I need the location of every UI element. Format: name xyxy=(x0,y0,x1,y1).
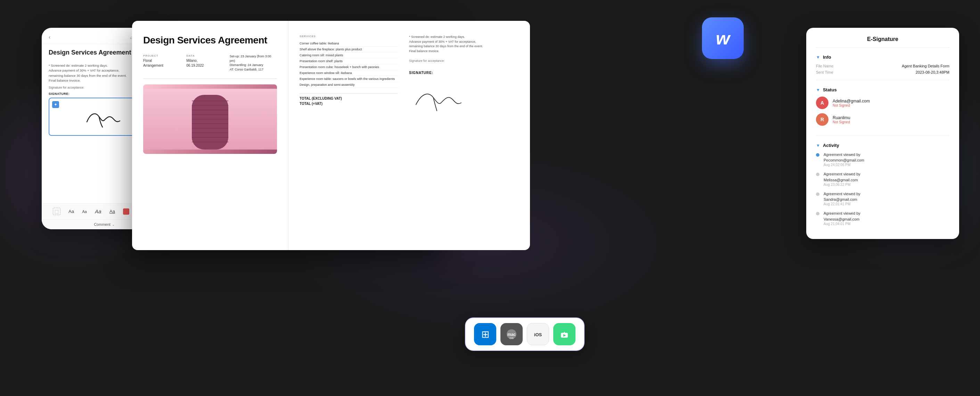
esig-info-label: Info xyxy=(823,54,831,60)
signer-2-info: Ruanlimu Not Signed xyxy=(833,115,850,124)
select-icon[interactable]: ⬚ xyxy=(53,208,60,215)
file-name-label: File Name xyxy=(816,64,879,68)
svg-text:OS: OS xyxy=(509,337,514,340)
svg-text:mac: mac xyxy=(508,332,516,337)
signer-1-status: Not Signed xyxy=(833,103,870,107)
doc-title: Design Services Agreement xyxy=(143,35,277,46)
doc-right-sig-label: Signature for acceptance: xyxy=(409,59,519,62)
doc-right-sig-section: SIGNATURE: xyxy=(409,71,519,116)
svg-rect-1 xyxy=(192,95,228,150)
activity-arrow-icon: ▼ xyxy=(816,143,820,148)
esig-status-header: ▼ Status xyxy=(816,87,950,92)
platform-android[interactable]: ▲▶ xyxy=(553,323,576,345)
signer-1: A Adelina@gmail.com Not Signed xyxy=(816,97,950,109)
esig-info-grid: File Name Agent Banking Details Form Sen… xyxy=(816,64,950,80)
esig-title: E-Signature xyxy=(816,36,950,48)
activity-dot-icon xyxy=(816,212,819,215)
esig-status-label: Status xyxy=(823,87,837,92)
doc-building-image xyxy=(143,84,277,154)
platform-ios[interactable]: iOS xyxy=(527,323,549,345)
doc-left: Design Services Agreement PROJECT Floral… xyxy=(132,21,288,250)
activity-item: Agreement viewed by Sandra@gmail.com Aug… xyxy=(816,191,950,206)
platform-pills: ⊞ macOS iOS ▲▶ xyxy=(465,318,584,351)
avatar-ruanlimu: R xyxy=(816,113,829,126)
info-arrow-icon: ▼ xyxy=(816,55,820,60)
doc-right-signature xyxy=(409,80,479,115)
signer-2-email: Ruanlimu xyxy=(833,115,850,120)
doc-right-content: * Screened de: estimate 2 working days. … xyxy=(398,21,530,250)
doc-meta-data: DATA Milano, 06.19.2022 xyxy=(186,54,215,72)
esig-activity-header: ▼ Activity xyxy=(816,143,950,148)
comment-chevron-icon: ⌄ xyxy=(112,223,115,226)
doc-right-sig-label2: SIGNATURE: xyxy=(409,71,519,75)
back-icon[interactable]: ‹ xyxy=(49,34,50,40)
sent-time-value: 2023-08-20,3:48PM xyxy=(886,70,950,74)
signature-drawing xyxy=(80,103,129,130)
esig-activity-list: Agreement viewed by Pecommon@gmail.com A… xyxy=(816,152,950,226)
doc-meta-project: PROJECT Floral Arrangement xyxy=(143,54,172,72)
esig-panel: E-Signature ▼ Info File Name Agent Banki… xyxy=(806,28,959,239)
font-aa-4[interactable]: Aa xyxy=(110,209,115,214)
doc-meta: PROJECT Floral Arrangement DATA Milano, … xyxy=(143,54,277,72)
sent-time-label: Sent Time xyxy=(816,70,879,74)
svg-text:▶: ▶ xyxy=(563,334,566,337)
svg-text:iOS: iOS xyxy=(534,332,542,337)
signer-1-info: Adelina@gmail.com Not Signed xyxy=(833,99,870,107)
comment-label[interactable]: Comment xyxy=(94,222,110,226)
status-arrow-icon: ▼ xyxy=(816,87,820,92)
activity-item: Agreement viewed by Pecommon@gmail.com A… xyxy=(816,152,950,167)
signer-2-status: Not Signed xyxy=(833,120,850,124)
doc-meta-setup: Set-up: 23 January (from 3:00 pm) Disman… xyxy=(230,54,277,72)
app-icon-letter: w xyxy=(716,28,730,49)
platform-macos[interactable]: macOS xyxy=(500,323,523,345)
signer-2: R Ruanlimu Not Signed xyxy=(816,113,950,126)
esig-info-header: ▼ Info xyxy=(816,54,950,60)
activity-dot-icon xyxy=(816,173,819,176)
esig-activity-label: Activity xyxy=(823,143,839,148)
font-aa-3[interactable]: Aa xyxy=(95,208,101,214)
font-aa-2[interactable]: Aa xyxy=(82,210,86,214)
signer-1-email: Adelina@gmail.com xyxy=(833,99,870,103)
color-red[interactable] xyxy=(123,208,129,215)
platform-windows[interactable]: ⊞ xyxy=(474,323,496,345)
activity-item: Agreement viewed by Melissa@gmail.com Au… xyxy=(816,172,950,186)
activity-dot-icon xyxy=(816,153,819,157)
avatar-adelina: A xyxy=(816,97,829,109)
activity-item: Agreement viewed by Vanessa@gmail.com Au… xyxy=(816,211,950,226)
app-icon: w xyxy=(702,17,744,59)
font-aa-1[interactable]: Aa xyxy=(68,209,74,214)
file-name-value: Agent Banking Details Form xyxy=(886,64,950,68)
doc-right-text-block: * Screened de: estimate 2 working days. … xyxy=(409,35,519,54)
esig-status-section: A Adelina@gmail.com Not Signed R Ruanlim… xyxy=(816,97,950,136)
activity-dot-icon xyxy=(816,192,819,196)
sig-star-icon: ✦ xyxy=(52,101,59,108)
